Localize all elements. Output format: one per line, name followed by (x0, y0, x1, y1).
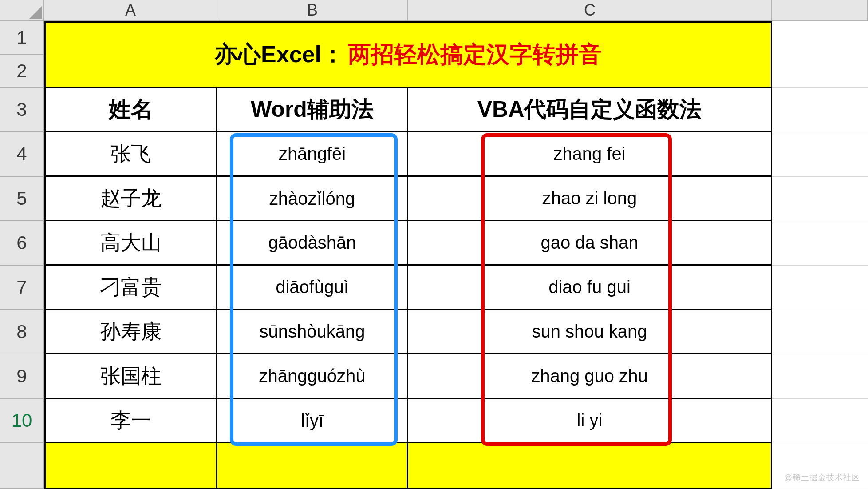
row-header-3[interactable]: 3 (0, 88, 44, 132)
table-row: 赵子龙 zhàozǐlóng zhao zi long (44, 177, 868, 221)
watermark: @稀土掘金技术社区 (784, 472, 860, 483)
cell-vba[interactable]: li yi (408, 399, 772, 443)
cell-blank[interactable] (772, 177, 868, 221)
row-header-2[interactable]: 2 (0, 55, 44, 88)
row-header-7[interactable]: 7 (0, 266, 44, 310)
row-header-8[interactable]: 8 (0, 310, 44, 354)
cell-name[interactable]: 赵子龙 (44, 177, 217, 221)
cell-vba[interactable]: zhang guo zhu (408, 354, 772, 399)
header-cell-vba[interactable]: VBA代码自定义函数法 (408, 88, 772, 132)
row-header-4[interactable]: 4 (0, 132, 44, 177)
select-all-corner[interactable] (0, 0, 44, 21)
table-row: 孙寿康 sūnshòukāng sun shou kang (44, 310, 868, 354)
col-header-a[interactable]: A (44, 0, 217, 21)
cell-blank[interactable] (772, 354, 868, 399)
cell-name[interactable]: 孙寿康 (44, 310, 217, 354)
cell-blank[interactable] (217, 443, 408, 489)
table-row: 刁富贵 diāofùguì diao fu gui (44, 266, 868, 310)
cell-word[interactable]: diāofùguì (217, 266, 408, 310)
row-header-5[interactable]: 5 (0, 177, 44, 221)
column-headers: A B C (44, 0, 868, 21)
col-header-c[interactable]: C (408, 0, 772, 21)
cell-name[interactable]: 张国柱 (44, 354, 217, 399)
cell-vba[interactable]: gao da shan (408, 221, 772, 266)
cell-name[interactable]: 刁富贵 (44, 266, 217, 310)
table-row: 张国柱 zhāngguózhù zhang guo zhu (44, 354, 868, 399)
cell-blank[interactable] (772, 266, 868, 310)
cell-name[interactable]: 张飞 (44, 132, 217, 177)
cell-word[interactable]: sūnshòukāng (217, 310, 408, 354)
header-cell-word[interactable]: Word辅助法 (217, 88, 408, 132)
cell-blank[interactable] (772, 88, 868, 132)
table-row: 高大山 gāodàshān gao da shan (44, 221, 868, 266)
cell-blank[interactable] (772, 21, 868, 88)
title-part1: 亦心Excel： (215, 39, 344, 70)
cell-blank[interactable] (772, 399, 868, 443)
grid-body: 亦心Excel： 两招轻松搞定汉字转拼音 姓名 Word辅助法 VBA代码自定义… (44, 21, 868, 489)
row-header-11[interactable] (0, 443, 44, 489)
cell-blank[interactable] (772, 310, 868, 354)
row-header-6[interactable]: 6 (0, 221, 44, 266)
cell-name[interactable]: 李一 (44, 399, 217, 443)
cell-name[interactable]: 高大山 (44, 221, 217, 266)
cell-blank[interactable] (772, 132, 868, 177)
row-header-9[interactable]: 9 (0, 354, 44, 399)
cell-word[interactable]: zhāngfēi (217, 132, 408, 177)
cell-word[interactable]: zhāngguózhù (217, 354, 408, 399)
row-header-10[interactable]: 10 (0, 399, 44, 443)
title-cell[interactable]: 亦心Excel： 两招轻松搞定汉字转拼音 (44, 21, 772, 88)
row-header-1[interactable]: 1 (0, 21, 44, 55)
title-part2: 两招轻松搞定汉字转拼音 (348, 39, 602, 70)
table-row: 张飞 zhāngfēi zhang fei (44, 132, 868, 177)
spreadsheet: A B C 1 2 3 4 5 6 7 8 9 10 亦心Excel： 两招轻松… (0, 0, 868, 489)
cell-word[interactable]: zhàozǐlóng (217, 177, 408, 221)
col-header-rest[interactable] (772, 0, 868, 21)
row-headers: 1 2 3 4 5 6 7 8 9 10 (0, 21, 44, 489)
header-cell-name[interactable]: 姓名 (44, 88, 217, 132)
cell-vba[interactable]: sun shou kang (408, 310, 772, 354)
cell-word[interactable]: lǐyī (217, 399, 408, 443)
table-row: 李一 lǐyī li yi (44, 399, 868, 443)
cell-vba[interactable]: zhao zi long (408, 177, 772, 221)
cell-blank[interactable] (772, 221, 868, 266)
cell-blank[interactable] (408, 443, 772, 489)
cell-blank[interactable] (44, 443, 217, 489)
col-header-b[interactable]: B (217, 0, 408, 21)
cell-vba[interactable]: zhang fei (408, 132, 772, 177)
cell-word[interactable]: gāodàshān (217, 221, 408, 266)
cell-vba[interactable]: diao fu gui (408, 266, 772, 310)
